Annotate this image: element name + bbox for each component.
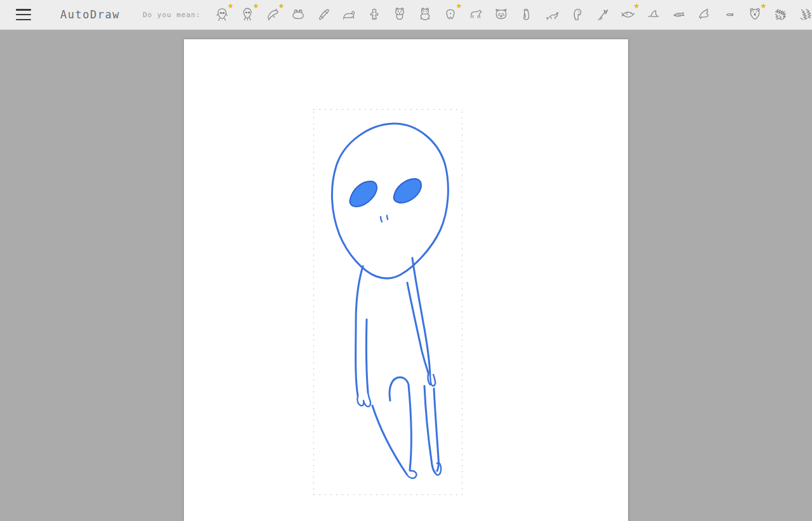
star-badge-icon: ★ (253, 3, 259, 10)
alien-right-eye (394, 179, 421, 203)
alien-drawing (184, 39, 628, 521)
alien-left-foot (407, 471, 416, 479)
suggestion-koala-icon[interactable] (387, 2, 412, 27)
star-badge-icon: ★ (228, 3, 234, 10)
suggestion-frog-sitting-icon[interactable] (336, 2, 362, 27)
suggestion-frog-2-icon[interactable] (691, 2, 717, 27)
star-badge-icon: ★ (634, 3, 640, 10)
suggestion-alien-2-icon[interactable]: ★ (235, 2, 260, 27)
do-you-mean-label: Do you mean: (143, 11, 200, 19)
suggestion-tiger-face-icon[interactable] (488, 2, 514, 27)
suggestion-fish-2-icon[interactable] (666, 2, 691, 27)
app-title: AutoDraw (60, 8, 120, 21)
suggestion-polar-bear-icon[interactable] (463, 2, 488, 27)
suggestion-small-fish-icon[interactable] (717, 2, 742, 27)
drawing-canvas[interactable] (184, 39, 628, 521)
suggestion-frog-jumping-icon[interactable]: ★ (260, 2, 285, 27)
suggestion-koala-face-icon[interactable]: ★ (742, 2, 768, 27)
suggestion-cat-stretching-icon[interactable] (539, 2, 565, 27)
suggestion-alien-icon[interactable]: ★ (209, 2, 235, 27)
toolbar: AutoDraw Do you mean: ★★★★★★ (0, 0, 812, 30)
alien-right-hand (428, 374, 436, 386)
suggestion-frog-face-icon[interactable] (285, 2, 311, 27)
suggestion-tooth-icon[interactable]: ★ (438, 2, 463, 27)
alien-left-leg (372, 377, 411, 474)
menu-icon (16, 9, 31, 11)
suggestion-dart-icon[interactable] (590, 2, 615, 27)
suggestion-parrot-icon[interactable] (565, 2, 590, 27)
alien-left-hand (357, 392, 370, 406)
alien-right-leg (424, 386, 438, 473)
suggestion-sketch-icon[interactable] (768, 2, 793, 27)
star-badge-icon: ★ (278, 3, 285, 10)
suggestion-penguin-icon[interactable] (514, 2, 539, 27)
alien-nostrils (381, 215, 388, 222)
suggestion-fish-icon[interactable]: ★ (615, 2, 641, 27)
suggestion-teddy-bear-icon[interactable] (412, 2, 438, 27)
suggestion-shark-fin-icon[interactable] (641, 2, 666, 27)
suggestion-frog-leaping-icon[interactable] (311, 2, 336, 27)
suggestion-strip: ★★★★★★ (209, 0, 812, 30)
star-badge-icon: ★ (761, 3, 767, 10)
alien-left-eye (350, 181, 377, 207)
suggestion-gingerbread-man-icon[interactable] (362, 2, 387, 27)
suggestion-sketch-2-icon[interactable] (793, 2, 812, 27)
star-badge-icon: ★ (456, 3, 462, 10)
menu-button[interactable] (16, 9, 31, 20)
